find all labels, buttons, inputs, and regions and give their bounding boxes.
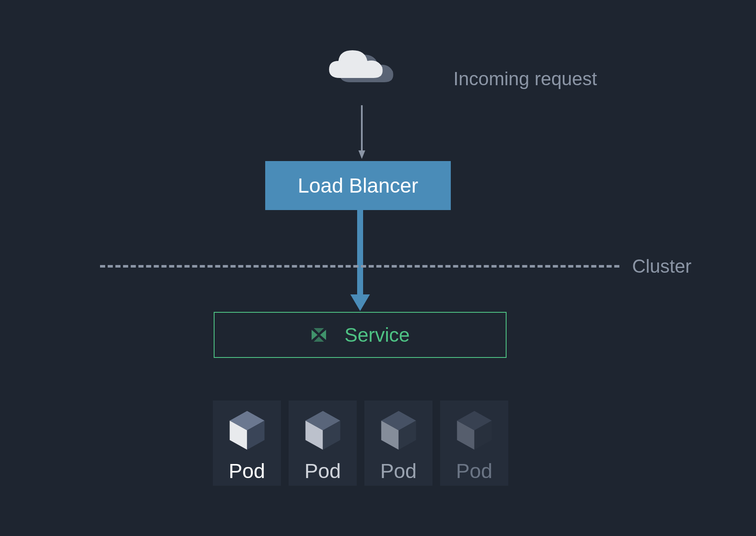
arrow-cloud-to-lb-icon [358,104,366,160]
svg-marker-5 [320,330,326,340]
incoming-request-label: Incoming request [453,68,597,89]
service-icon [310,326,327,343]
svg-marker-6 [314,328,324,333]
cube-icon [303,409,343,452]
pod-item: Pod [289,401,357,486]
load-balancer-label: Load Blancer [298,174,418,197]
service-box: Service [214,312,507,358]
architecture-diagram: Incoming request Load Blancer Cluster Se… [0,0,756,536]
cube-icon [378,409,419,452]
cube-icon [227,409,267,452]
svg-marker-1 [358,150,365,159]
svg-marker-3 [350,294,370,311]
svg-marker-4 [312,330,318,340]
svg-marker-7 [314,337,324,342]
pod-label: Pod [456,459,492,483]
pod-label: Pod [380,459,416,483]
load-balancer-box: Load Blancer [265,161,451,210]
pod-item: Pod [364,401,432,486]
pod-item: Pod [440,401,508,486]
cluster-label: Cluster [632,256,691,277]
cloud-main-icon [325,46,389,91]
cloud-icon [325,46,393,97]
cluster-boundary-line [100,265,619,268]
cube-icon [454,409,495,452]
pods-row: Pod Pod Pod Pod [213,401,508,486]
arrow-lb-to-service-icon [349,210,371,311]
service-label: Service [344,323,410,346]
pod-label: Pod [229,459,265,483]
pod-label: Pod [304,459,341,483]
pod-item: Pod [213,401,281,486]
